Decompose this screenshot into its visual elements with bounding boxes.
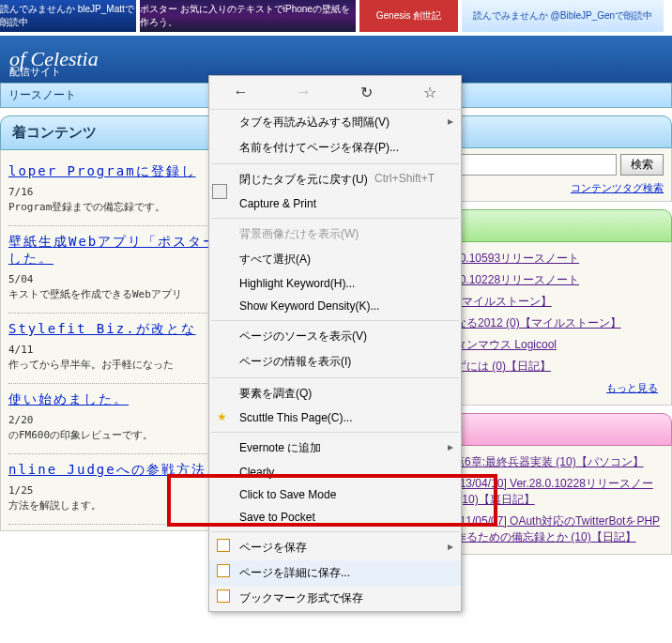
separator (211, 320, 459, 321)
ctx-save-as[interactable]: 名前を付けてページを保存(P)... (209, 135, 461, 161)
ctx-clearly[interactable]: Clearly (209, 461, 461, 483)
context-menu: ← → ↻ ☆ タブを再読み込みする間隔(V)▸ 名前を付けてページを保存(P)… (208, 75, 462, 612)
list-item: らずには (0)【日記】 (427, 356, 664, 377)
ctx-inspect[interactable]: 要素を調査(Q) (209, 381, 461, 406)
tag-search-link[interactable]: コンテンツタグ検索 (571, 182, 664, 193)
article-link[interactable]: nline Judgeへの参戦方法 (8, 462, 206, 477)
list-item: いなる2012 (0)【マイルストーン】 (427, 313, 664, 334)
list-item: [2013/04/10] Ver.28.0.10228リリースノート (10)【… (427, 473, 664, 511)
reload-icon[interactable]: ↻ (335, 80, 398, 105)
ctx-save-pocket[interactable]: Save to Pocket (209, 506, 461, 528)
list-item: 29.0.10593リリースノート (427, 248, 664, 269)
list-item: [2011/05/07] OAuth対応のTwitterBotをPHPで作るため… (427, 511, 664, 548)
chevron-right-icon: ▸ (448, 540, 453, 553)
separator (211, 377, 459, 378)
separator (211, 218, 459, 219)
chevron-right-icon: ▸ (448, 115, 453, 128)
ctx-scuttle[interactable]: ★Scuttle This Page(C)... (209, 406, 461, 429)
ctx-evernote[interactable]: Evernote に追加▸ (209, 436, 461, 461)
ctx-capture-print[interactable]: Capture & Print (209, 192, 461, 215)
article-link[interactable]: Stylefit Biz.が改とな (8, 321, 196, 336)
article-link-2[interactable]: した。 (8, 251, 53, 266)
list-item: ボタンマウス Logicool (427, 334, 664, 356)
ctx-view-source[interactable]: ページのソースを表示(V) (209, 324, 461, 349)
list-item: 7 第6章:最終兵器実装 (10)【パソコン】 (427, 452, 664, 473)
article-link[interactable]: loper Programに登録し (8, 163, 196, 178)
bookmark-icon (217, 589, 230, 603)
separator (211, 432, 459, 433)
ctx-select-all[interactable]: すべて選択(A) (209, 247, 461, 272)
chevron-right-icon: ▸ (448, 440, 453, 453)
ctx-highlight-keyword[interactable]: Highlight Keyword(H)... (209, 272, 461, 295)
banner-3[interactable]: Genesis 創世記 (359, 0, 458, 32)
separator (211, 163, 459, 164)
shortcut-label: Ctrl+Shift+T (374, 172, 435, 185)
list-item: 28.0.10228リリースノート (427, 269, 664, 291)
bookmark-star-icon[interactable]: ☆ (398, 80, 461, 105)
ctx-click-save-mode[interactable]: Click to Save Mode (209, 483, 461, 506)
ctx-keyword-density[interactable]: Show Keyword Density(K)... (209, 295, 461, 317)
page-plus-icon (217, 564, 230, 577)
article-link[interactable]: 壁紙生成Webアプリ「ポスター」 (8, 234, 233, 249)
site-subtitle: 配信サイト (9, 65, 61, 79)
page-icon (217, 539, 230, 552)
list-item: 0【マイルストーン】 (427, 291, 664, 313)
article-link[interactable]: 使い始めました。 (8, 391, 129, 406)
banner-1[interactable]: 読んでみませんか bleJP_Mattで朗読中 (0, 0, 136, 32)
ctx-bg-image-only: 背景画像だけを表示(W) (209, 222, 461, 247)
capture-icon[interactable] (212, 184, 227, 199)
ctx-save-page-detail[interactable]: ページを詳細に保存... (209, 560, 461, 586)
ctx-reload-interval[interactable]: タブを再読み込みする間隔(V)▸ (209, 110, 461, 135)
more-link[interactable]: もっと見る (606, 382, 658, 393)
banner-2[interactable]: ポスター お気に入りのテキストでiPhoneの壁紙を作ろう。 (140, 0, 356, 32)
banner-4[interactable]: 読んでみませんか @BibleJP_Genで朗読中 (462, 0, 664, 32)
banner-row: 読んでみませんか bleJP_Mattで朗読中 ポスター お気に入りのテキストで… (0, 0, 672, 36)
forward-icon[interactable]: → (272, 80, 335, 105)
back-icon[interactable]: ← (209, 80, 272, 105)
context-toolbar: ← → ↻ ☆ (209, 76, 461, 110)
ctx-undo-close-tab[interactable]: 閉じたタブを元に戻す(U)Ctrl+Shift+T (209, 167, 461, 192)
separator (211, 531, 459, 532)
ctx-save-bookmark-format[interactable]: ブックマーク形式で保存 (209, 586, 461, 611)
ctx-view-info[interactable]: ページの情報を表示(I) (209, 349, 461, 375)
search-button[interactable]: 検索 (620, 154, 664, 176)
ctx-save-page[interactable]: ページを保存▸ (209, 535, 461, 560)
star-icon: ★ (217, 410, 230, 423)
